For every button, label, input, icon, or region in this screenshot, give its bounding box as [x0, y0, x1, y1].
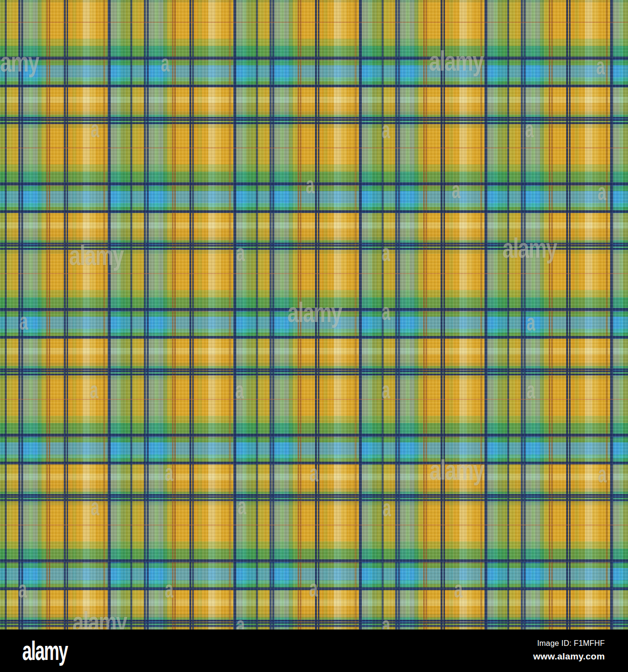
watermark-letter: a — [236, 241, 245, 265]
watermark-letter: a — [598, 462, 607, 486]
watermark-letter: a — [598, 180, 606, 204]
watermark-letter: a — [382, 613, 390, 629]
watermark-letter: a — [382, 118, 390, 142]
watermark-letter: a — [525, 117, 534, 141]
watermark-letter: a — [165, 461, 173, 485]
watermark-text: alamy — [287, 299, 342, 326]
watermark-text: alamy — [429, 47, 483, 75]
watermark-letter: a — [527, 378, 535, 402]
footer-info: Image ID: F1MFHF www.alamy.com — [533, 639, 605, 662]
watermark-letter: a — [382, 241, 390, 265]
watermark-letter: a — [382, 300, 390, 324]
watermark-letter: a — [91, 117, 100, 141]
watermark-letter: a — [527, 310, 535, 335]
watermark-letter: a — [383, 496, 391, 520]
watermark-letter: a — [306, 173, 314, 197]
watermark-letter: a — [18, 577, 27, 601]
watermark-letter: a — [382, 378, 390, 402]
watermark-letter: a — [454, 577, 463, 601]
watermark-letter: a — [165, 577, 173, 601]
watermark-letter: a — [236, 613, 245, 629]
watermark-text: alamy — [72, 608, 127, 629]
watermark-letter: a — [161, 51, 170, 75]
watermark-text: alamy — [502, 234, 557, 262]
watermark-letter: a — [452, 178, 460, 202]
watermark-letter: a — [310, 461, 318, 485]
stock-image: alamyaalamyaaaaaaaalamyaaalamyaalamyaaaa… — [0, 0, 628, 672]
alamy-footer-bar: alamy Image ID: F1MFHF www.alamy.com — [0, 629, 628, 672]
watermark-letter: a — [90, 378, 99, 402]
watermark-layer: alamyaalamyaaaaaaaalamyaaalamyaalamyaaaa… — [0, 0, 628, 629]
watermark-letter: a — [19, 309, 28, 334]
watermark-letter: a — [238, 494, 246, 518]
alamy-logo: alamy — [22, 637, 68, 664]
watermark-text: alamy — [69, 242, 123, 269]
watermark-letter: a — [235, 378, 244, 402]
website-text: www.alamy.com — [533, 651, 605, 662]
watermark-letter: a — [596, 54, 605, 78]
watermark-text: alamy — [0, 48, 39, 76]
watermark-text: alamy — [429, 456, 484, 484]
image-id-text: Image ID: F1MFHF — [533, 639, 605, 648]
watermark-letter: a — [309, 576, 318, 600]
watermark-letter: a — [91, 495, 100, 519]
